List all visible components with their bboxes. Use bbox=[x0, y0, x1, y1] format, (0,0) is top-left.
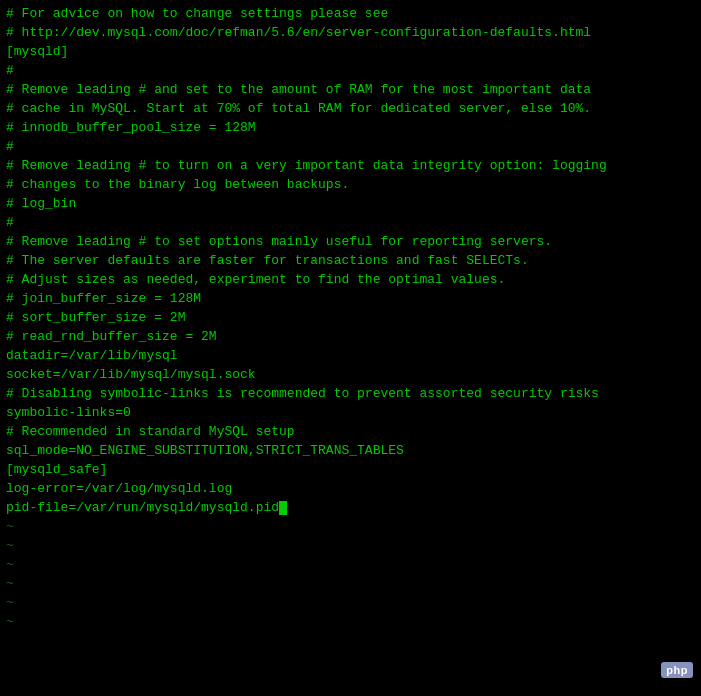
tilde-line: ~ bbox=[6, 574, 695, 593]
cursor-line: pid-file=/var/run/mysqld/mysqld.pid bbox=[6, 498, 695, 517]
editor-line: # Remove leading # to turn on a very imp… bbox=[6, 156, 695, 175]
tilde-line: ~ bbox=[6, 536, 695, 555]
editor-line: # read_rnd_buffer_size = 2M bbox=[6, 327, 695, 346]
editor-line: # changes to the binary log between back… bbox=[6, 175, 695, 194]
editor-line: socket=/var/lib/mysql/mysql.sock bbox=[6, 365, 695, 384]
text-cursor bbox=[279, 501, 287, 515]
editor-line: # sort_buffer_size = 2M bbox=[6, 308, 695, 327]
editor-line: [mysqld] bbox=[6, 42, 695, 61]
editor-line: log-error=/var/log/mysqld.log bbox=[6, 479, 695, 498]
editor-line: # bbox=[6, 61, 695, 80]
tilde-line: ~ bbox=[6, 612, 695, 631]
editor-line: datadir=/var/lib/mysql bbox=[6, 346, 695, 365]
editor-line: # innodb_buffer_pool_size = 128M bbox=[6, 118, 695, 137]
editor-line: sql_mode=NO_ENGINE_SUBSTITUTION,STRICT_T… bbox=[6, 441, 695, 460]
editor-line: # http://dev.mysql.com/doc/refman/5.6/en… bbox=[6, 23, 695, 42]
editor-line: # log_bin bbox=[6, 194, 695, 213]
editor-line: # cache in MySQL. Start at 70% of total … bbox=[6, 99, 695, 118]
editor-line: # Remove leading # and set to the amount… bbox=[6, 80, 695, 99]
editor-line: # join_buffer_size = 128M bbox=[6, 289, 695, 308]
editor-content: # For advice on how to change settings p… bbox=[6, 4, 695, 631]
editor-line: # bbox=[6, 137, 695, 156]
tilde-line: ~ bbox=[6, 555, 695, 574]
editor-line: # Disabling symbolic-links is recommende… bbox=[6, 384, 695, 403]
editor-line: # bbox=[6, 213, 695, 232]
code-editor[interactable]: # For advice on how to change settings p… bbox=[0, 0, 701, 696]
editor-line: # Remove leading # to set options mainly… bbox=[6, 232, 695, 251]
editor-line: # Recommended in standard MySQL setup bbox=[6, 422, 695, 441]
editor-line: symbolic-links=0 bbox=[6, 403, 695, 422]
editor-line: # For advice on how to change settings p… bbox=[6, 4, 695, 23]
tilde-line: ~ bbox=[6, 517, 695, 536]
editor-line: # Adjust sizes as needed, experiment to … bbox=[6, 270, 695, 289]
tilde-line: ~ bbox=[6, 593, 695, 612]
editor-line: # The server defaults are faster for tra… bbox=[6, 251, 695, 270]
editor-line: [mysqld_safe] bbox=[6, 460, 695, 479]
php-badge: php bbox=[661, 662, 693, 678]
